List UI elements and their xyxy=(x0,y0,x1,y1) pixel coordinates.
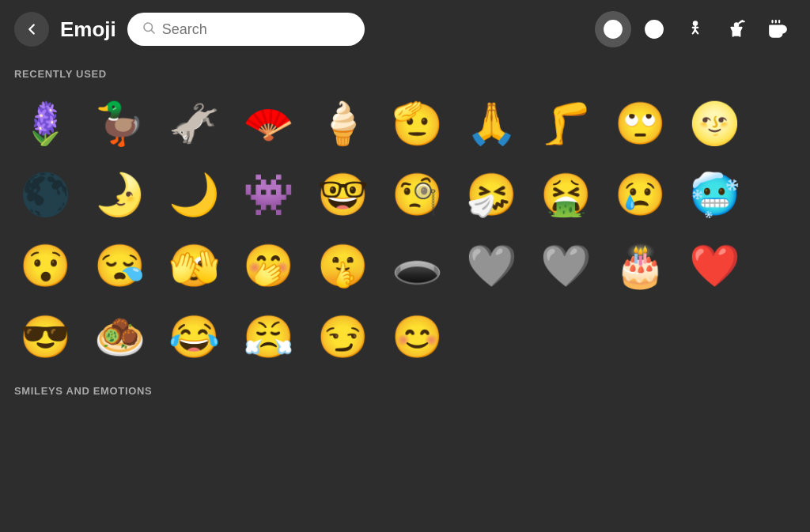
emoji-donkey[interactable]: 🫏 xyxy=(157,88,231,159)
emoji-shush[interactable]: 🤫 xyxy=(305,230,380,301)
emoji-vomit[interactable]: 🤮 xyxy=(528,159,603,230)
back-button[interactable] xyxy=(14,12,49,47)
tab-food[interactable] xyxy=(759,11,796,47)
emoji-icecream[interactable]: 🍦 xyxy=(305,88,380,159)
page-title: Emoji xyxy=(60,17,116,42)
section-smileys: SMILEYS AND EMOTIONS xyxy=(0,375,810,402)
emoji-grid-recent: 🪻 🦆 🫏 🪭 🍦 🫡 🙏 🦵 🙄 🌝 🌑 🌛 🌙 👾 🤓 🧐 🤧 🤮 😢 🥶 … xyxy=(0,85,810,375)
emoji-hushed[interactable]: 😯 xyxy=(8,230,82,301)
svg-point-0 xyxy=(144,23,153,32)
emoji-sleepy[interactable]: 😪 xyxy=(82,230,157,301)
emoji-laughcry[interactable]: 😂 xyxy=(157,301,231,372)
emoji-redheart[interactable]: ❤️ xyxy=(677,230,751,301)
emoji-rolleyes[interactable]: 🙄 xyxy=(603,88,677,159)
emoji-sneezing[interactable]: 🤧 xyxy=(454,159,528,230)
emoji-hole[interactable]: 🕳️ xyxy=(380,230,454,301)
tab-recent[interactable] xyxy=(595,11,631,47)
emoji-grey-heart2[interactable]: 🩶 xyxy=(528,230,603,301)
emoji-crying[interactable]: 😢 xyxy=(603,159,677,230)
emoji-leg[interactable]: 🦵 xyxy=(528,88,603,159)
emoji-duck[interactable]: 🦆 xyxy=(82,88,157,159)
search-bar[interactable] xyxy=(127,13,365,46)
header: Emoji xyxy=(0,0,810,58)
emoji-handovermouth[interactable]: 🤭 xyxy=(231,230,305,301)
emoji-sunglasses[interactable]: 😎 xyxy=(8,301,82,372)
search-input[interactable] xyxy=(162,21,350,38)
emoji-pray[interactable]: 🙏 xyxy=(454,88,528,159)
search-icon xyxy=(142,21,156,38)
emoji-newmoon[interactable]: 🌑 xyxy=(8,159,82,230)
emoji-salute[interactable]: 🫡 xyxy=(380,88,454,159)
emoji-peekeyes[interactable]: 🫣 xyxy=(157,230,231,301)
tab-activities[interactable] xyxy=(718,11,755,47)
emoji-cake[interactable]: 🎂 xyxy=(603,230,677,301)
emoji-fullmoon-face[interactable]: 🌝 xyxy=(677,88,751,159)
emoji-fan[interactable]: 🪭 xyxy=(231,88,305,159)
svg-point-7 xyxy=(735,23,738,26)
tab-people[interactable] xyxy=(677,11,713,47)
category-tabs xyxy=(595,11,796,47)
svg-line-1 xyxy=(151,30,154,33)
tab-smileys[interactable] xyxy=(636,11,672,47)
emoji-hyacinth[interactable]: 🪻 xyxy=(8,88,82,159)
svg-point-3 xyxy=(645,21,663,38)
emoji-crescent[interactable]: 🌙 xyxy=(157,159,231,230)
emoji-monocle[interactable]: 🧐 xyxy=(380,159,454,230)
emoji-smirk[interactable]: 😏 xyxy=(305,301,380,372)
emoji-triumph[interactable]: 😤 xyxy=(231,301,305,372)
emoji-coldface[interactable]: 🥶 xyxy=(677,159,751,230)
emoji-alien[interactable]: 👾 xyxy=(231,159,305,230)
emoji-nerd[interactable]: 🤓 xyxy=(305,159,380,230)
emoji-firstquarter[interactable]: 🌛 xyxy=(82,159,157,230)
emoji-smile[interactable]: 😊 xyxy=(380,301,454,372)
section-recently-used: RECENTLY USED xyxy=(0,58,810,85)
emoji-grey-heart[interactable]: 🩶 xyxy=(454,230,528,301)
emoji-falafel[interactable]: 🧆 xyxy=(82,301,157,372)
